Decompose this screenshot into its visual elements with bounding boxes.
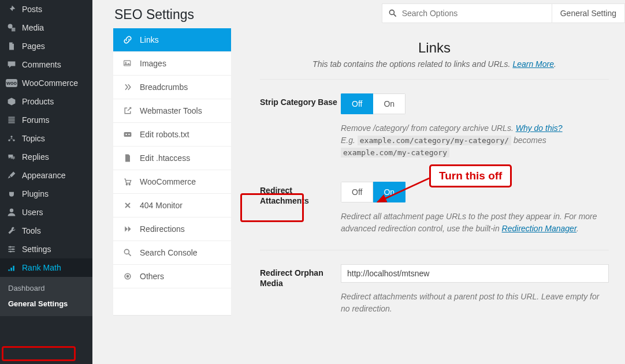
svg-point-13 bbox=[128, 134, 129, 135]
menu-label: Replies bbox=[22, 152, 49, 162]
x-icon bbox=[121, 201, 134, 210]
menu-label: Settings bbox=[22, 245, 51, 254]
field-strip-category: Strip Category Base Off On Remove /categ… bbox=[260, 80, 609, 159]
svg-point-7 bbox=[10, 250, 12, 252]
tab-404[interactable]: 404 Monitor bbox=[113, 194, 231, 217]
search-icon bbox=[121, 248, 134, 257]
general-settings-button[interactable]: General Setting bbox=[552, 3, 625, 23]
menu-plugins[interactable]: Plugins bbox=[0, 185, 92, 203]
strip-on[interactable]: On bbox=[373, 93, 405, 114]
menu-appearance[interactable]: Appearance bbox=[0, 166, 92, 185]
tab-redirections[interactable]: Redirections bbox=[113, 217, 231, 241]
tab-label: Others bbox=[140, 272, 164, 281]
wp-admin-sidebar: Posts Media Pages Comments woo WooCommer… bbox=[0, 0, 92, 364]
menu-settings[interactable]: Settings bbox=[0, 240, 92, 258]
svg-point-4 bbox=[10, 209, 13, 212]
tab-label: Edit .htaccess bbox=[140, 153, 190, 163]
menu-rankmath[interactable]: Rank Math bbox=[0, 258, 92, 277]
panel-subtitle: This tab contains the options related to… bbox=[260, 59, 609, 69]
annotation-callout: Turn this off bbox=[429, 164, 512, 187]
redirect-off[interactable]: Off bbox=[341, 182, 373, 202]
svg-point-1 bbox=[10, 136, 12, 137]
tab-label: 404 Monitor bbox=[140, 201, 183, 210]
menu-media[interactable]: Media bbox=[0, 18, 92, 37]
menu-comments[interactable]: Comments bbox=[0, 55, 92, 74]
box-icon bbox=[6, 97, 17, 106]
svg-point-15 bbox=[129, 184, 130, 185]
tab-label: Webmaster Tools bbox=[140, 106, 202, 115]
strip-off[interactable]: Off bbox=[341, 93, 373, 114]
tab-webmaster[interactable]: Webmaster Tools bbox=[113, 99, 231, 123]
menu-label: Tools bbox=[22, 226, 41, 235]
tab-label: Images bbox=[140, 59, 166, 68]
svg-point-16 bbox=[124, 249, 129, 254]
tab-robots[interactable]: Edit robots.txt bbox=[113, 123, 231, 147]
redirect-on[interactable]: On bbox=[373, 182, 405, 202]
woo-icon: woo bbox=[6, 79, 17, 87]
svg-point-3 bbox=[13, 140, 14, 141]
forums-icon bbox=[6, 115, 17, 125]
menu-users[interactable]: Users bbox=[0, 203, 92, 222]
menu-posts[interactable]: Posts bbox=[0, 0, 92, 18]
learn-more-link[interactable]: Learn More bbox=[512, 59, 554, 69]
submenu-general-settings[interactable]: General Settings bbox=[0, 296, 92, 312]
orphan-help: Redirect attachments without a parent po… bbox=[341, 291, 609, 315]
field-label: Redirect Orphan Media bbox=[260, 264, 341, 315]
menu-label: Forums bbox=[22, 115, 49, 125]
tab-label: Redirections bbox=[140, 224, 185, 234]
tab-others[interactable]: Others bbox=[113, 265, 231, 288]
redirection-manager-link[interactable]: Redirection Manager bbox=[502, 224, 576, 233]
menu-label: Posts bbox=[22, 5, 42, 14]
redirect-help: Redirect all attachment page URLs to the… bbox=[341, 211, 609, 235]
tab-label: WooCommerce bbox=[140, 177, 196, 186]
menu-topics[interactable]: Topics bbox=[0, 129, 92, 148]
svg-point-12 bbox=[125, 134, 127, 135]
redirect-toggle: Off On bbox=[341, 182, 405, 202]
menu-forums[interactable]: Forums bbox=[0, 111, 92, 129]
submenu-dashboard[interactable]: Dashboard bbox=[0, 280, 92, 296]
menu-label: Appearance bbox=[22, 171, 66, 180]
tab-images[interactable]: Images bbox=[113, 52, 231, 76]
panel-title: Links bbox=[260, 40, 609, 56]
plug-icon bbox=[6, 189, 17, 198]
menu-label: WooCommerce bbox=[22, 78, 78, 88]
menu-replies[interactable]: Replies bbox=[0, 148, 92, 166]
file-icon bbox=[121, 153, 134, 163]
svg-point-14 bbox=[126, 184, 127, 185]
menu-label: Products bbox=[22, 97, 54, 106]
svg-point-6 bbox=[12, 248, 14, 250]
search-options[interactable] bbox=[382, 3, 552, 23]
media-icon bbox=[6, 23, 17, 32]
search-input[interactable] bbox=[402, 9, 546, 18]
tab-label: Search Console bbox=[140, 248, 198, 257]
svg-point-5 bbox=[9, 246, 11, 247]
svg-point-18 bbox=[127, 275, 128, 277]
chevron-icon bbox=[121, 82, 134, 92]
tab-search-console[interactable]: Search Console bbox=[113, 241, 231, 265]
tab-label: Breadcrumbs bbox=[140, 82, 188, 92]
svg-rect-9 bbox=[124, 61, 131, 66]
why-link[interactable]: Why do this? bbox=[516, 123, 563, 133]
menu-label: Rank Math bbox=[22, 263, 61, 272]
menu-label: Media bbox=[22, 23, 44, 32]
settings-tabs: Links Images Breadcrumbs Webmaster Tools… bbox=[113, 28, 231, 315]
topics-icon bbox=[6, 134, 17, 143]
orphan-url-input[interactable] bbox=[341, 264, 609, 283]
tab-breadcrumbs[interactable]: Breadcrumbs bbox=[113, 76, 231, 99]
brush-icon bbox=[6, 171, 17, 180]
field-orphan: Redirect Orphan Media Redirect attachmen… bbox=[260, 250, 609, 315]
images-icon bbox=[121, 59, 134, 68]
tab-links[interactable]: Links bbox=[113, 28, 231, 52]
content-area: SEO Settings General Setting Links Image… bbox=[92, 0, 625, 364]
menu-pages[interactable]: Pages bbox=[0, 37, 92, 55]
menu-products[interactable]: Products bbox=[0, 92, 92, 111]
tab-htaccess[interactable]: Edit .htaccess bbox=[113, 147, 231, 170]
user-icon bbox=[6, 208, 17, 217]
wrench-icon bbox=[6, 226, 17, 235]
svg-point-8 bbox=[389, 10, 394, 14]
page-icon bbox=[6, 42, 17, 51]
menu-tools[interactable]: Tools bbox=[0, 222, 92, 240]
tab-woocommerce[interactable]: WooCommerce bbox=[113, 170, 231, 194]
strip-help: Remove /category/ from category archive … bbox=[341, 122, 609, 159]
menu-woocommerce[interactable]: woo WooCommerce bbox=[0, 74, 92, 92]
